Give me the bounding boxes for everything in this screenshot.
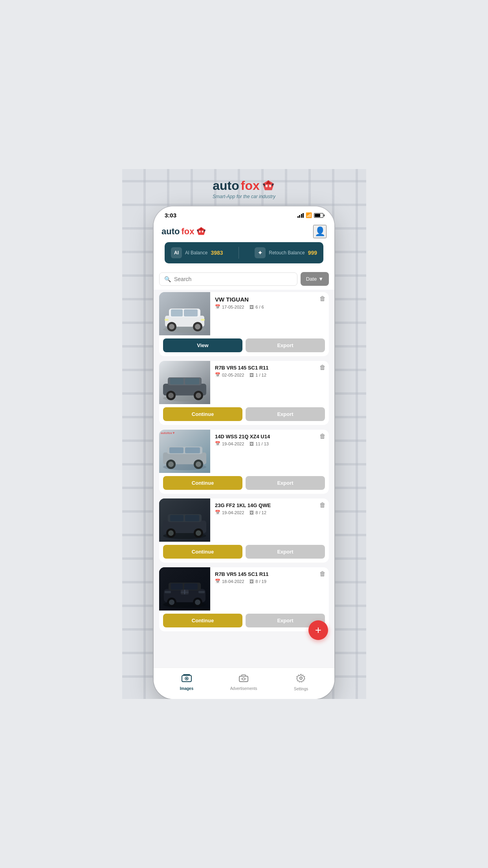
continue-button[interactable]: Continue: [163, 476, 242, 490]
retouch-balance-value: 999: [308, 250, 317, 256]
view-button[interactable]: View: [163, 338, 242, 352]
car-date: 19-04-2022: [222, 441, 244, 446]
brand-fox-icon: [261, 179, 275, 193]
car-info: 14D WSS 21Q XZ4 U14 📅 19-04-2022 🖼 11 / …: [210, 430, 329, 473]
image-icon: 🖼: [250, 510, 254, 515]
date-filter-button[interactable]: Date ▼: [301, 272, 329, 286]
car-title: VW TIGUAN: [215, 296, 324, 303]
delete-button[interactable]: 🗑: [319, 433, 326, 440]
retouch-balance-item: ✦ Retouch Balance 999: [255, 247, 317, 258]
car-photos: 1 / 12: [255, 373, 266, 377]
car-card: R7B VR5 145 SC1 R11 📅 18-04-2022 🖼 8 / 1…: [159, 567, 329, 631]
nav-item-advertisements[interactable]: Advertisements: [224, 672, 264, 692]
car-card: R7B VR5 145 SC1 R11 📅 02-05-2022 🖼 1 / 1…: [159, 361, 329, 425]
car-card: autofox▼ 14D WSS 21Q XZ4 U14 📅 19-04-202…: [159, 430, 329, 494]
svg-rect-16: [171, 309, 183, 316]
svg-rect-38: [169, 447, 183, 453]
car-meta: 📅 18-04-2022 🖼 8 / 19: [215, 579, 324, 584]
svg-point-53: [196, 530, 201, 536]
export-button[interactable]: Export: [246, 407, 325, 421]
logo-fox-icon: [196, 226, 207, 237]
svg-point-10: [199, 230, 201, 233]
export-button[interactable]: Export: [246, 338, 325, 352]
car-actions: Continue Export: [159, 404, 329, 425]
svg-point-72: [186, 678, 187, 679]
phone-frame: 3:03 📶 autofox: [154, 206, 334, 699]
svg-rect-48: [170, 515, 183, 521]
nav-item-images[interactable]: Images: [174, 672, 200, 692]
export-button[interactable]: Export: [246, 545, 325, 559]
brand-fox: fox: [241, 178, 260, 193]
car-date: 18-04-2022: [222, 579, 244, 584]
car-actions: View Export: [159, 335, 329, 356]
date-button-label: Date: [306, 276, 317, 282]
svg-rect-29: [185, 378, 199, 384]
status-icons: 📶: [297, 212, 324, 218]
car-meta: 📅 19-04-2022 🖼 8 / 12: [215, 510, 324, 515]
svg-rect-22: [165, 319, 169, 321]
svg-point-33: [196, 393, 201, 398]
svg-rect-68: [198, 591, 205, 593]
app-logo: autofox: [161, 226, 207, 237]
svg-rect-39: [185, 447, 200, 453]
car-meta: 📅 02-05-2022 🖼 1 / 12: [215, 372, 324, 377]
delete-button[interactable]: 🗑: [319, 502, 326, 509]
logo-auto: auto: [161, 226, 180, 237]
signal-icon: [297, 213, 304, 218]
svg-point-11: [202, 230, 204, 233]
wifi-icon: 📶: [306, 212, 312, 218]
export-button[interactable]: Export: [246, 476, 325, 490]
car-thumbnail: [159, 292, 210, 335]
continue-button[interactable]: Continue: [163, 614, 242, 627]
autofox-watermark: autofox▼: [161, 431, 175, 435]
battery-icon: [314, 213, 323, 218]
car-title: 14D WSS 21Q XZ4 U14: [215, 434, 324, 440]
bottom-nav: Images Advertisements: [154, 668, 334, 699]
car-info: VW TIGUAN 📅 17-05-2022 🖼 6 / 6: [210, 292, 329, 335]
car-meta: 📅 17-05-2022 🖼 6 / 6: [215, 304, 324, 309]
svg-point-66: [195, 600, 200, 605]
car-actions: Continue Export: [159, 473, 329, 494]
add-button[interactable]: +: [308, 620, 328, 640]
svg-rect-17: [184, 309, 198, 316]
svg-rect-59: [184, 583, 198, 590]
car-list: VW TIGUAN 📅 17-05-2022 🖼 6 / 6: [154, 290, 334, 668]
svg-rect-49: [185, 515, 199, 521]
search-input[interactable]: [174, 276, 292, 282]
car-card: VW TIGUAN 📅 17-05-2022 🖼 6 / 6: [159, 292, 329, 356]
continue-button[interactable]: Continue: [163, 545, 242, 559]
advertisements-icon: [238, 674, 249, 685]
svg-rect-70: [183, 674, 190, 676]
car-date: 17-05-2022: [222, 305, 244, 309]
retouch-balance-label: Retouch Balance: [269, 250, 305, 256]
brand-header: auto fox Smart-App for the car industry: [213, 178, 275, 199]
car-actions: Continue Export: [159, 542, 329, 563]
profile-button[interactable]: 👤: [313, 225, 327, 238]
continue-button[interactable]: Continue: [163, 407, 242, 421]
svg-point-51: [168, 530, 174, 536]
search-area: 🔍 Date ▼: [154, 268, 334, 290]
retouch-balance-icon: ✦: [255, 247, 266, 258]
search-icon: 🔍: [164, 276, 171, 282]
brand-tagline: Smart-App for the car industry: [213, 194, 275, 199]
search-input-wrap[interactable]: 🔍: [159, 272, 297, 286]
delete-button[interactable]: 🗑: [319, 364, 326, 371]
delete-button[interactable]: 🗑: [319, 570, 326, 577]
chevron-down-icon: ▼: [318, 276, 323, 282]
svg-point-4: [266, 184, 268, 187]
delete-button[interactable]: 🗑: [319, 295, 326, 302]
car-thumbnail: [159, 567, 210, 611]
logo-fox: fox: [181, 226, 194, 237]
ai-balance-value: 3983: [211, 250, 223, 256]
car-title: R7B VR5 145 SC1 R11: [215, 571, 324, 577]
ai-balance-icon: AI: [171, 247, 182, 258]
nav-item-settings[interactable]: Settings: [288, 672, 314, 693]
car-thumbnail: [159, 361, 210, 404]
svg-point-77: [300, 677, 302, 679]
calendar-icon: 📅: [215, 579, 220, 584]
svg-point-5: [269, 184, 271, 187]
nav-settings-label: Settings: [294, 687, 308, 691]
car-title: 23G FF2 1KL 14G QWE: [215, 502, 324, 508]
svg-point-19: [169, 324, 174, 329]
car-info: 23G FF2 1KL 14G QWE 📅 19-04-2022 🖼 8 / 1…: [210, 498, 329, 542]
